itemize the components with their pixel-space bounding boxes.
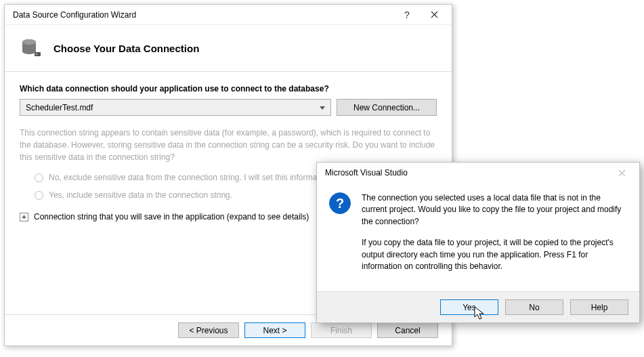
no-button[interactable]: No [505, 299, 563, 315]
svg-rect-2 [35, 52, 41, 56]
wizard-header-title: Choose Your Data Connection [53, 43, 199, 54]
confirm-dialog: Microsoft Visual Studio ? The connection… [316, 162, 640, 323]
cancel-button[interactable]: Cancel [377, 322, 438, 338]
plus-icon: + [20, 213, 28, 222]
question-icon: ? [329, 192, 351, 214]
dialog-footer: Yes No Help [317, 291, 639, 322]
connection-string-label: Connection string that you will save in … [34, 212, 309, 222]
radio-include-label: Yes, include sensitive data in the conne… [49, 190, 232, 200]
help-button[interactable]: Help [570, 299, 628, 315]
help-button[interactable]: ? [393, 5, 421, 24]
new-connection-button[interactable]: New Connection... [337, 99, 437, 116]
svg-point-1 [22, 39, 36, 45]
dialog-paragraph-2: If you copy the data file to your projec… [362, 237, 624, 272]
dialog-paragraph-1: The connection you selected uses a local… [362, 192, 624, 228]
previous-button[interactable]: < Previous [178, 322, 239, 338]
connection-prompt: Which data connection should your applic… [20, 84, 437, 93]
connection-row: SchedulerTest.mdf New Connection... [20, 99, 437, 116]
radio-icon [35, 173, 43, 182]
database-icon [20, 37, 41, 59]
connection-selected-value: SchedulerTest.mdf [26, 103, 93, 112]
finish-button: Finish [311, 322, 372, 338]
yes-button[interactable]: Yes [440, 299, 498, 315]
wizard-titlebar: Data Source Configuration Wizard ? [5, 5, 452, 25]
close-icon[interactable] [608, 163, 635, 182]
svg-rect-3 [36, 54, 37, 55]
close-icon[interactable] [421, 5, 448, 24]
radio-icon [35, 191, 43, 200]
dialog-text: The connection you selected uses a local… [362, 192, 624, 282]
dialog-titlebar: Microsoft Visual Studio [317, 163, 639, 183]
next-button[interactable]: Next > [244, 322, 305, 338]
wizard-title: Data Source Configuration Wizard [13, 10, 393, 20]
dialog-title: Microsoft Visual Studio [325, 168, 608, 177]
connection-dropdown[interactable]: SchedulerTest.mdf [20, 99, 331, 116]
wizard-header: Choose Your Data Connection [5, 25, 452, 72]
sensitive-data-hint: This connection string appears to contai… [20, 127, 437, 163]
dialog-body: ? The connection you selected uses a loc… [317, 183, 639, 289]
